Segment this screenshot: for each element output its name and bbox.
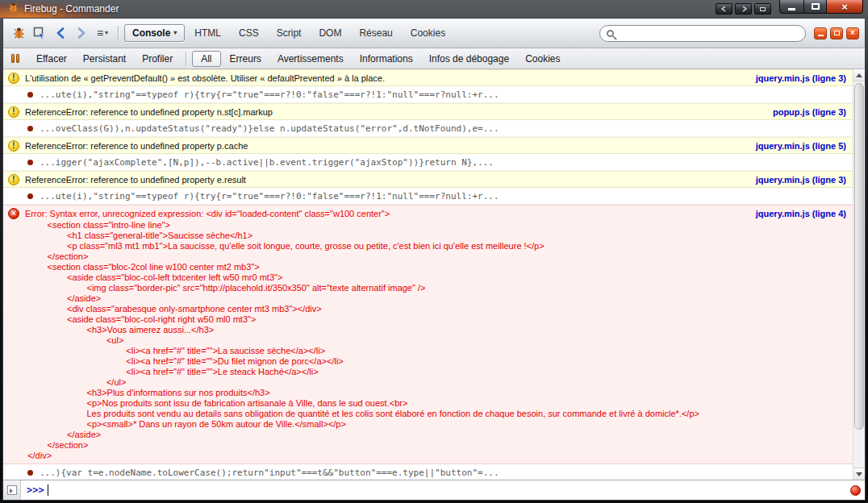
commandline-popup-button[interactable] xyxy=(3,480,21,500)
search-input[interactable] xyxy=(618,27,799,40)
commandline-input[interactable] xyxy=(48,480,845,500)
firebug-dock-controls xyxy=(716,3,771,15)
tab-reseau[interactable]: Réseau xyxy=(351,24,400,42)
chevron-down-icon: ▾ xyxy=(105,30,108,36)
popout-button[interactable] xyxy=(754,3,771,15)
console-row-error[interactable]: × Error: Syntax error, unrecognized expr… xyxy=(3,205,853,464)
source-link[interactable]: jquery.min.js (ligne 5) xyxy=(756,141,846,151)
console-row-code[interactable]: ...){var t=e.nodeName.toLowerCase();retu… xyxy=(3,464,853,480)
console-row-code[interactable]: ...oveClass(G)),n.updateStatus("ready")}… xyxy=(3,120,853,137)
console-row-code[interactable]: ...ute(i),"string"==typeof r){try{r="tru… xyxy=(3,86,853,103)
firebug-minimize-button[interactable] xyxy=(814,27,827,39)
titlebar-right: × xyxy=(716,0,868,18)
error-detail-line: </aside> xyxy=(23,430,846,440)
firebug-detach-button[interactable] xyxy=(830,27,843,39)
source-link[interactable]: jquery.min.js (ligne 3) xyxy=(756,175,846,185)
error-icon: × xyxy=(8,208,19,219)
tab-css[interactable]: CSS xyxy=(231,24,267,42)
inspect-icon xyxy=(33,27,46,39)
effacer-button[interactable]: Effacer xyxy=(29,51,74,67)
code-snippet: ...ute(i),"string"==typeof r){try{r="tru… xyxy=(40,89,499,100)
profiler-button[interactable]: Profiler xyxy=(135,51,180,67)
warning-glyph: ! xyxy=(12,108,15,116)
maximize-button[interactable] xyxy=(803,0,827,14)
code-snippet: ...oveClass(G)),n.updateStatus("ready")}… xyxy=(40,123,499,134)
filter-all-button[interactable]: All xyxy=(192,51,220,67)
filter-avertissements-button[interactable]: Avertissements xyxy=(270,51,351,67)
window-title: Firebug - Commander xyxy=(24,3,119,15)
commandline-prompt: >>> xyxy=(21,484,47,496)
persistant-button[interactable]: Persistant xyxy=(76,51,133,67)
minimize-icon xyxy=(818,35,824,36)
console-panel: ! L'utilisation de « getPreventDefault()… xyxy=(3,69,865,480)
error-detail-line: <div class="arabesque only-smartphone ce… xyxy=(23,304,846,314)
close-button[interactable]: × xyxy=(827,0,863,14)
firebug-menu-button[interactable] xyxy=(9,23,28,43)
source-link[interactable]: jquery.min.js (ligne 4) xyxy=(756,209,846,218)
filter-informations-button[interactable]: Informations xyxy=(353,51,420,67)
tab-script[interactable]: Script xyxy=(269,24,310,42)
error-detail-line: <p>Nos produits sont issu de fabrication… xyxy=(23,398,846,409)
search-box[interactable] xyxy=(599,25,806,42)
break-on-errors-button[interactable] xyxy=(10,52,21,64)
console-row-warning[interactable]: ! ReferenceError: reference to undefined… xyxy=(3,103,853,120)
console-row-warning[interactable]: ! L'utilisation de « getPreventDefault()… xyxy=(3,69,853,86)
close-icon: × xyxy=(850,29,855,37)
source-link[interactable]: popup.js (ligne 3) xyxy=(773,107,846,117)
inspect-element-button[interactable] xyxy=(30,23,49,43)
error-detail-line: Les produits sont vendu au details sans … xyxy=(23,409,846,419)
titlebar-left: Firebug - Commander xyxy=(0,2,119,17)
dock-left-button[interactable] xyxy=(716,3,732,15)
console-row-code[interactable]: ...igger("ajaxComplete",[N,p]),--b.activ… xyxy=(3,154,853,171)
warning-message: ReferenceError: reference to undefined p… xyxy=(25,175,746,185)
tab-console[interactable]: Console ▾ xyxy=(124,24,185,42)
code-snippet: ...){var t=e.nodeName.toLowerCase();retu… xyxy=(40,468,499,478)
warning-icon: ! xyxy=(8,140,19,152)
error-detail-line: </aside> xyxy=(23,293,846,304)
tab-dom[interactable]: DOM xyxy=(311,24,349,42)
firebug-logo-icon xyxy=(7,2,19,17)
tab-cookies[interactable]: Cookies xyxy=(403,24,453,42)
console-log-list: ! L'utilisation de « getPreventDefault()… xyxy=(3,69,853,480)
error-detail-line: </div> xyxy=(23,451,846,461)
scroll-up-button[interactable] xyxy=(853,69,865,81)
firebug-bug-icon xyxy=(12,27,26,39)
source-dot-icon xyxy=(27,193,33,199)
error-indicator[interactable] xyxy=(850,485,861,496)
tab-html[interactable]: HTML xyxy=(186,24,229,42)
scrollbar-thumb[interactable] xyxy=(854,83,864,430)
source-dot-icon xyxy=(27,470,33,476)
forward-chevron-icon xyxy=(77,27,86,39)
panel-list-button[interactable]: ≡ ▾ xyxy=(93,23,112,43)
minimize-button[interactable] xyxy=(779,0,803,14)
filter-cookies-button[interactable]: Cookies xyxy=(518,51,567,67)
firebug-close-button[interactable]: × xyxy=(846,27,859,39)
vertical-scrollbar[interactable] xyxy=(853,69,865,480)
window-body: ≡ ▾ Console ▾ HTML CSS Script DOM Réseau… xyxy=(2,18,866,501)
filter-erreurs-button[interactable]: Erreurs xyxy=(223,51,269,67)
error-detail-line: <ul> xyxy=(23,335,846,346)
filter-infos-debogage-button[interactable]: Infos de débogage xyxy=(422,51,516,67)
console-row-warning[interactable]: ! ReferenceError: reference to undefined… xyxy=(3,171,853,188)
separator xyxy=(118,26,119,40)
separator xyxy=(186,52,186,66)
back-chevron-icon xyxy=(56,27,65,39)
error-detail-line: <h1 class="general-title">Saucisse sèche… xyxy=(23,231,846,241)
command-editor-icon xyxy=(7,485,17,495)
console-row-code[interactable]: ...ute(i),"string"==typeof r){try{r="tru… xyxy=(3,188,853,205)
back-button[interactable] xyxy=(51,23,70,43)
scroll-down-button[interactable] xyxy=(853,468,865,480)
dock-right-button[interactable] xyxy=(735,3,752,15)
arrow-up-icon xyxy=(856,73,862,77)
error-detail-line: <aside class="bloc-col-left txtcenter le… xyxy=(23,272,846,283)
titlebar[interactable]: Firebug - Commander × xyxy=(0,0,868,18)
error-detail-line: <aside class="bloc-col-right right w50 m… xyxy=(23,314,846,325)
source-link[interactable]: jquery.min.js (ligne 3) xyxy=(756,73,846,83)
source-dot-icon xyxy=(27,92,33,98)
window-controls: × xyxy=(779,0,863,14)
command-line: >>> xyxy=(3,480,865,500)
forward-button[interactable] xyxy=(72,23,91,43)
console-row-warning[interactable]: ! ReferenceError: reference to undefined… xyxy=(3,137,853,154)
tab-console-label: Console xyxy=(132,27,170,39)
error-detail-line: <p class="ml3 mt1 mb1">La saucisse, qu'e… xyxy=(23,241,846,252)
